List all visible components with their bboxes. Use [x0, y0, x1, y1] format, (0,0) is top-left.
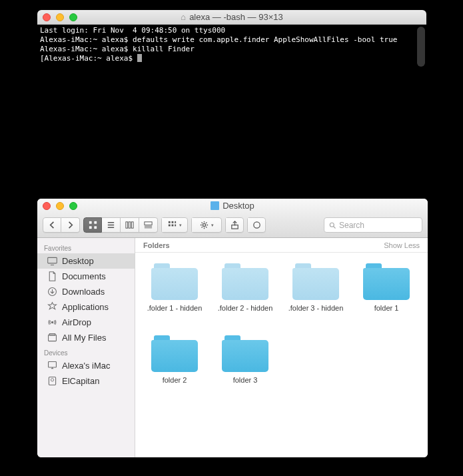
- finder-title: Desktop: [37, 201, 428, 211]
- svg-point-32: [51, 379, 53, 381]
- terminal-scrollbar[interactable]: [417, 27, 425, 67]
- sidebar-item-label: Applications: [62, 302, 109, 312]
- svg-rect-28: [49, 335, 57, 341]
- tags-button[interactable]: [247, 217, 266, 233]
- back-button[interactable]: [43, 217, 61, 233]
- sidebar-item-applications[interactable]: Applications: [37, 299, 135, 315]
- maximize-button[interactable]: [69, 13, 77, 21]
- svg-rect-9: [131, 222, 133, 228]
- arrange-button[interactable]: ▾: [161, 217, 188, 233]
- section-label: Folders: [143, 241, 170, 249]
- sidebar-section-favorites: Favorites: [37, 241, 135, 253]
- minimize-button[interactable]: [56, 13, 64, 21]
- grid-icon: [88, 220, 98, 230]
- finder-titlebar[interactable]: Desktop: [37, 199, 428, 213]
- sidebar-item-label: Downloads: [62, 287, 105, 297]
- share-button[interactable]: [225, 217, 244, 233]
- folder-icon: [151, 335, 198, 372]
- coverflow-view-button[interactable]: [139, 217, 158, 233]
- folder-icon: [363, 263, 410, 300]
- folder-icon: [151, 263, 198, 300]
- svg-point-27: [51, 321, 53, 323]
- svg-rect-1: [94, 221, 97, 224]
- sidebar-item-label: All My Files: [62, 333, 106, 343]
- sidebar-section-devices: Devices: [37, 345, 135, 358]
- home-icon: ⌂: [181, 12, 186, 22]
- finder-title-text: Desktop: [223, 201, 254, 211]
- sidebar-item-label: ElCapitan: [62, 376, 99, 386]
- folder-item[interactable]: folder 1: [351, 263, 422, 335]
- chevron-left-icon: [47, 220, 57, 230]
- folder-icon: [222, 335, 268, 372]
- folder-label: folder 1: [374, 304, 399, 312]
- term-line-2: Alexas-iMac:~ alexa$ killall Finder: [40, 45, 195, 53]
- terminal-titlebar[interactable]: ⌂ alexa — -bash — 93×13: [37, 10, 426, 25]
- folder-item[interactable]: .folder 3 - hidden: [280, 263, 351, 335]
- svg-rect-10: [145, 222, 152, 225]
- svg-rect-16: [169, 225, 171, 227]
- terminal-output[interactable]: Last login: Fri Nov 4 09:48:50 on ttys00…: [37, 25, 426, 65]
- share-icon: [230, 220, 240, 230]
- folder-label: folder 3: [233, 376, 258, 384]
- minimize-button[interactable]: [56, 202, 64, 210]
- svg-rect-17: [172, 225, 174, 227]
- sidebar-item-allfiles[interactable]: All My Files: [37, 330, 135, 345]
- sidebar-item-label: Alexa's iMac: [62, 361, 111, 371]
- share-button-group: [225, 217, 244, 233]
- nav-buttons: [43, 217, 80, 233]
- column-view-button[interactable]: [121, 217, 139, 233]
- coverflow-icon: [143, 220, 153, 230]
- forward-button[interactable]: [61, 217, 80, 233]
- close-button[interactable]: [43, 202, 51, 210]
- folder-item[interactable]: .folder 1 - hidden: [139, 263, 210, 335]
- terminal-cursor: [137, 54, 142, 62]
- folder-label: .folder 3 - hidden: [288, 304, 344, 312]
- view-mode-buttons: [83, 217, 158, 233]
- disk-icon: [47, 375, 58, 387]
- svg-rect-18: [175, 225, 176, 227]
- folder-item[interactable]: folder 3: [210, 335, 280, 407]
- arrange-button-group: ▾: [161, 217, 188, 233]
- folder-label: folder 2: [163, 376, 187, 384]
- svg-rect-0: [89, 221, 91, 224]
- svg-point-19: [203, 223, 205, 226]
- arrange-icon: [167, 220, 177, 230]
- folder-item[interactable]: .folder 2 - hidden: [210, 263, 280, 335]
- close-button[interactable]: [43, 13, 51, 21]
- finder-main: Folders Show Less .folder 1 - hidden .fo…: [135, 238, 428, 457]
- folder-label: .folder 1 - hidden: [147, 304, 203, 312]
- applications-icon: [47, 301, 58, 313]
- sidebar-item-airdrop[interactable]: AirDrop: [37, 315, 135, 330]
- sidebar-item-desktop[interactable]: Desktop: [37, 253, 135, 269]
- icon-view-button[interactable]: [83, 217, 102, 233]
- section-header: Folders Show Less: [135, 238, 428, 253]
- folder-item[interactable]: folder 2: [139, 335, 210, 407]
- maximize-button[interactable]: [69, 202, 77, 210]
- show-less-button[interactable]: Show Less: [384, 241, 420, 249]
- folder-label: .folder 2 - hidden: [218, 304, 273, 312]
- svg-rect-24: [48, 257, 57, 263]
- svg-rect-7: [126, 222, 128, 228]
- svg-rect-14: [172, 221, 174, 223]
- svg-rect-8: [129, 222, 131, 228]
- gear-icon: [199, 220, 209, 230]
- sidebar-item-documents[interactable]: Documents: [37, 269, 135, 284]
- svg-rect-30: [49, 362, 57, 368]
- chevron-down-icon: ▾: [211, 223, 214, 228]
- finder-sidebar: Favorites Desktop Documents Downloads Ap…: [37, 238, 135, 457]
- svg-rect-3: [94, 226, 97, 229]
- sidebar-item-imac[interactable]: Alexa's iMac: [37, 358, 135, 373]
- sidebar-item-disk[interactable]: ElCapitan: [37, 373, 135, 389]
- svg-rect-15: [175, 221, 176, 223]
- terminal-window: ⌂ alexa — -bash — 93×13 Last login: Fri …: [37, 10, 426, 177]
- search-placeholder: Search: [339, 221, 364, 230]
- term-line-0: Last login: Fri Nov 4 09:48:50 on ttys00…: [40, 26, 225, 35]
- sidebar-item-label: AirDrop: [62, 317, 91, 327]
- action-button[interactable]: ▾: [191, 217, 222, 233]
- search-input[interactable]: Search: [324, 217, 422, 233]
- downloads-icon: [47, 286, 58, 297]
- sidebar-item-downloads[interactable]: Downloads: [37, 284, 135, 299]
- icon-grid[interactable]: .folder 1 - hidden .folder 2 - hidden .f…: [135, 253, 428, 457]
- list-view-button[interactable]: [102, 217, 121, 233]
- tags-button-group: [247, 217, 266, 233]
